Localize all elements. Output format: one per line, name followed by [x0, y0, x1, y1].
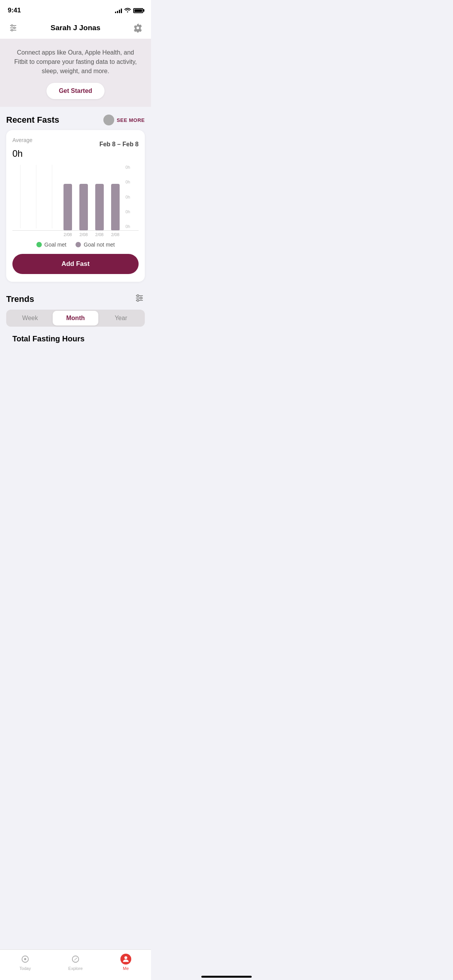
trends-title: Trends	[6, 294, 34, 304]
add-fast-button[interactable]: Add Fast	[12, 254, 139, 274]
chart-legend: Goal met Goal not met	[12, 242, 139, 248]
average-unit: h	[17, 148, 22, 159]
y-label-3: 0h	[125, 195, 139, 199]
status-time: 9:41	[8, 7, 21, 14]
signal-bar-3	[119, 10, 120, 13]
signal-bar-1	[115, 12, 116, 13]
segment-year[interactable]: Year	[98, 311, 144, 326]
x-label-2: 2/08	[76, 232, 91, 237]
connect-apps-banner: Connect apps like Oura, Apple Health, an…	[0, 39, 151, 107]
recent-fasts-title: Recent Fasts	[6, 115, 59, 125]
trends-header: Trends	[6, 294, 145, 304]
see-more-avatar	[103, 115, 114, 125]
chart-col-7	[107, 165, 123, 230]
y-label-2: 0h	[125, 180, 139, 184]
signal-bar-4	[121, 9, 122, 13]
chart-col-2	[28, 165, 44, 230]
recent-fasts-section: Recent Fasts SEE MORE Average 0h Feb 8 –…	[0, 107, 151, 282]
svg-point-9	[137, 295, 139, 297]
banner-text: Connect apps like Oura, Apple Health, an…	[12, 48, 139, 76]
total-fasting-hours: Total Fasting Hours	[6, 334, 145, 343]
date-range: Feb 8 – Feb 8	[100, 141, 139, 148]
x-label-1: 2/08	[60, 232, 76, 237]
average-label: Average	[12, 137, 33, 143]
chart-col-3	[44, 165, 60, 230]
chart-col-6	[91, 165, 107, 230]
signal-bar-2	[117, 11, 118, 13]
y-label-4: 0h	[125, 209, 139, 214]
filter-icon[interactable]	[135, 294, 145, 304]
recent-fasts-card: Average 0h Feb 8 – Feb 8	[6, 130, 145, 282]
signal-bars-icon	[115, 8, 122, 13]
header: Sarah J Jonas	[0, 19, 151, 39]
goal-met-label: Goal met	[45, 242, 67, 248]
y-label-1: 0h	[125, 165, 139, 170]
svg-point-10	[140, 297, 142, 299]
svg-point-11	[137, 300, 139, 302]
goal-met-dot	[36, 242, 42, 247]
chart-col-5	[76, 165, 91, 230]
svg-point-3	[11, 25, 13, 26]
segment-month[interactable]: Month	[53, 311, 98, 326]
goal-not-met-label: Goal not met	[84, 242, 115, 248]
legend-goal-not-met: Goal not met	[76, 242, 115, 248]
x-label-empty-3	[44, 232, 60, 237]
trends-section: Trends Week Month Year Total Fasting Hou…	[0, 290, 151, 343]
chart-col-1	[12, 165, 28, 230]
legend-goal-met: Goal met	[36, 242, 67, 248]
x-label-empty-1	[12, 232, 28, 237]
chart-col-4	[60, 165, 76, 230]
status-icons	[115, 7, 143, 14]
svg-point-4	[14, 27, 15, 29]
x-label-4: 2/08	[107, 232, 123, 237]
total-fasting-title: Total Fasting Hours	[12, 334, 139, 343]
gear-icon[interactable]	[132, 22, 143, 33]
x-label-empty-2	[28, 232, 44, 237]
status-bar: 9:41	[0, 0, 151, 19]
wifi-icon	[124, 7, 131, 14]
average-value: 0h	[12, 144, 33, 160]
see-more-button[interactable]: SEE MORE	[103, 115, 145, 125]
svg-point-5	[11, 29, 13, 31]
segment-control: Week Month Year	[6, 310, 145, 327]
x-label-3: 2/08	[91, 232, 107, 237]
segment-week[interactable]: Week	[7, 311, 53, 326]
goal-not-met-dot	[76, 242, 81, 247]
sliders-icon[interactable]	[8, 22, 19, 33]
y-label-5: 0h	[125, 224, 139, 229]
recent-fasts-header: Recent Fasts SEE MORE	[6, 115, 145, 125]
header-title: Sarah J Jonas	[51, 24, 101, 32]
get-started-button[interactable]: Get Started	[46, 83, 105, 99]
see-more-label: SEE MORE	[117, 117, 145, 123]
battery-icon	[133, 8, 143, 13]
